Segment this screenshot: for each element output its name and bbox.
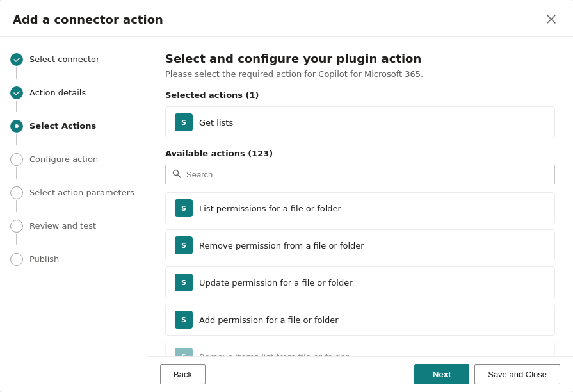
step-label: Select Actions <box>29 120 96 132</box>
dialog-footer: Back Next Save and Close <box>147 356 573 392</box>
step-label: Configure action <box>29 153 98 165</box>
action-icon: S <box>175 311 193 329</box>
available-action-card-4[interactable]: S Remove items list from file or folder <box>165 341 555 356</box>
add-connector-action-dialog: Add a connector action Select con <box>0 0 573 392</box>
sidebar-item-select-action-parameters[interactable]: Select action parameters <box>0 183 147 216</box>
available-action-card-2[interactable]: S Update permission for a file or folder <box>165 266 555 298</box>
sidebar-item-review-and-test[interactable]: Review and test <box>0 216 147 249</box>
step-connector-line <box>16 67 17 79</box>
step-connector-line <box>16 200 17 212</box>
step-label: Review and test <box>29 220 96 232</box>
sidebar-item-configure-action[interactable]: Configure action <box>0 149 147 183</box>
step-circle-active <box>10 120 23 133</box>
main-subtext: Please select the required action for Co… <box>165 69 555 79</box>
search-box[interactable] <box>165 165 555 184</box>
available-action-card-3[interactable]: S Add permission for a file or folder <box>165 304 555 336</box>
icon-text: S <box>181 353 186 357</box>
action-icon: S <box>175 274 193 291</box>
check-icon <box>13 122 20 130</box>
selected-actions-label: Selected actions (1) <box>165 90 555 100</box>
action-icon: S <box>175 113 193 131</box>
step-label: Action details <box>29 86 86 99</box>
sidebar-item-action-details[interactable]: Action details <box>0 83 147 116</box>
dialog-body: Select connector Action details <box>0 37 573 392</box>
save-close-button[interactable]: Save and Close <box>474 364 560 384</box>
sidebar-item-select-actions[interactable]: Select Actions <box>0 116 147 149</box>
available-actions-label: Available actions (123) <box>165 149 555 158</box>
svg-line-2 <box>178 175 181 177</box>
step-connector-line <box>16 234 17 245</box>
next-button[interactable]: Next <box>414 364 469 384</box>
step-circle-inactive <box>10 186 23 199</box>
action-name: Update permission for a file or folder <box>199 278 353 288</box>
step-label: Select action parameters <box>29 186 134 199</box>
close-icon <box>546 14 556 24</box>
action-icon: S <box>175 199 193 217</box>
action-icon: S <box>175 348 193 356</box>
svg-point-0 <box>15 124 19 128</box>
step-circle-completed <box>10 86 23 99</box>
step-circle-inactive <box>10 220 23 233</box>
step-indicator-col <box>10 153 23 179</box>
icon-text: S <box>181 204 186 213</box>
step-indicator-col <box>10 53 23 79</box>
check-icon <box>13 89 20 97</box>
icon-text: S <box>181 118 186 127</box>
step-circle-inactive <box>10 153 23 166</box>
sidebar-item-publish[interactable]: Publish <box>0 249 147 270</box>
step-connector-line <box>16 101 17 112</box>
available-action-card-1[interactable]: S Remove permission from a file or folde… <box>165 229 555 261</box>
dialog-title: Add a connector action <box>13 13 163 26</box>
step-indicator-col <box>10 120 23 145</box>
dialog-header: Add a connector action <box>0 0 573 37</box>
search-input[interactable] <box>186 170 548 179</box>
action-name: Remove items list from file or folder <box>199 352 349 357</box>
step-connector-line <box>16 134 17 145</box>
action-name: List permissions for a file or folder <box>199 204 341 213</box>
step-circle-completed <box>10 53 23 66</box>
step-connector-line <box>16 167 17 179</box>
main-heading: Select and configure your plugin action <box>165 52 555 65</box>
icon-text: S <box>181 279 186 287</box>
action-icon: S <box>175 236 193 254</box>
step-indicator-col <box>10 186 23 212</box>
step-label: Select connector <box>29 53 99 65</box>
action-name: Remove permission from a file or folder <box>199 241 364 250</box>
available-action-card-0[interactable]: S List permissions for a file or folder <box>165 192 555 224</box>
step-indicator-col <box>10 253 23 266</box>
search-icon <box>172 169 181 180</box>
step-circle-inactive <box>10 253 23 266</box>
main-content: Select and configure your plugin action … <box>147 37 573 392</box>
sidebar-item-select-connector[interactable]: Select connector <box>0 49 147 83</box>
action-name: Add permission for a file or folder <box>199 315 339 325</box>
back-button[interactable]: Back <box>160 364 206 384</box>
icon-text: S <box>181 241 186 250</box>
step-indicator-col <box>10 220 23 245</box>
sidebar: Select connector Action details <box>0 37 147 392</box>
action-name: Get lists <box>199 118 233 127</box>
check-icon <box>13 56 20 63</box>
step-indicator-col <box>10 86 23 112</box>
close-button[interactable] <box>542 10 560 28</box>
footer-right-buttons: Next Save and Close <box>414 364 560 384</box>
selected-action-card-0[interactable]: S Get lists <box>165 106 555 138</box>
icon-text: S <box>181 316 186 324</box>
main-body: Select and configure your plugin action … <box>147 37 573 356</box>
step-label: Publish <box>29 253 59 265</box>
